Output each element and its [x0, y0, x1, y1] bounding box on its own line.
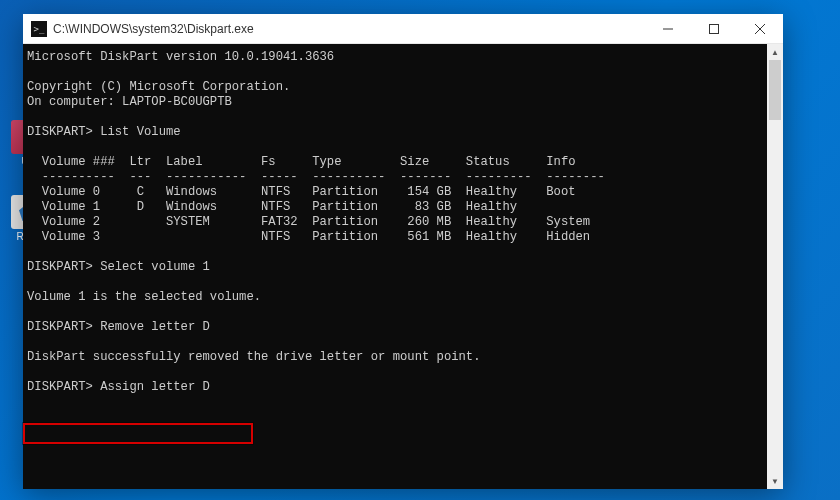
terminal-output[interactable]: Microsoft DiskPart version 10.0.19041.36… — [23, 44, 767, 489]
scroll-thumb[interactable] — [769, 60, 781, 120]
terminal-area: Microsoft DiskPart version 10.0.19041.36… — [23, 44, 783, 489]
svg-rect-1 — [710, 24, 719, 33]
titlebar[interactable]: >_ C:\WINDOWS\system32\Diskpart.exe — [23, 14, 783, 44]
window-title: C:\WINDOWS\system32\Diskpart.exe — [53, 22, 645, 36]
window-controls — [645, 14, 783, 43]
scroll-down-button[interactable]: ▼ — [767, 473, 783, 489]
scrollbar-vertical[interactable]: ▲ ▼ — [767, 44, 783, 489]
maximize-button[interactable] — [691, 14, 737, 43]
cmd-icon: >_ — [31, 21, 47, 37]
scroll-track[interactable] — [767, 60, 783, 473]
minimize-button[interactable] — [645, 14, 691, 43]
console-window: >_ C:\WINDOWS\system32\Diskpart.exe Micr… — [23, 14, 783, 489]
scroll-up-button[interactable]: ▲ — [767, 44, 783, 60]
close-button[interactable] — [737, 14, 783, 43]
